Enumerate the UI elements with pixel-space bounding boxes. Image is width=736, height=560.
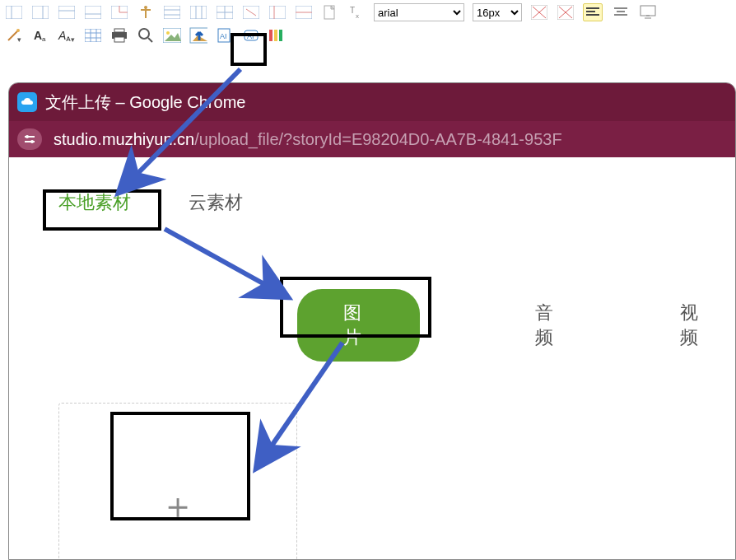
popup-body: 本地素材 云素材 图片 音频 视频 ＋ [9, 157, 735, 560]
upload-popup-window: 文件上传 – Google Chrome studio.muzhiyun.cn/… [8, 82, 736, 560]
table-icon-6[interactable] [295, 3, 313, 21]
upload-icon[interactable] [189, 26, 207, 44]
svg-text:A: A [34, 29, 42, 42]
tab-local-assets[interactable]: 本地素材 [58, 190, 131, 215]
svg-rect-17 [190, 6, 207, 19]
svg-point-79 [26, 135, 29, 138]
subtab-image[interactable]: 图片 [297, 289, 420, 362]
print-icon[interactable] [110, 26, 128, 44]
align-left-icon[interactable] [583, 3, 603, 21]
svg-text:A: A [58, 29, 66, 42]
align-center-icon[interactable] [611, 3, 631, 21]
missing-image-icon-1[interactable] [530, 3, 548, 21]
svg-text:AI: AI [247, 32, 254, 40]
svg-text:AI: AI [220, 32, 227, 40]
svg-rect-75 [274, 30, 277, 41]
missing-image-icon-2[interactable] [557, 3, 575, 21]
layout-icon-1[interactable] [5, 3, 23, 21]
svg-point-80 [30, 140, 34, 143]
svg-line-64 [148, 38, 152, 42]
svg-point-66 [166, 31, 170, 35]
svg-point-12 [144, 6, 147, 9]
tab-cloud-assets[interactable]: 云素材 [189, 190, 243, 215]
subtab-video[interactable]: 视频 [680, 301, 710, 350]
svg-rect-55 [85, 29, 101, 42]
anchor-icon[interactable] [137, 3, 155, 21]
svg-rect-2 [32, 6, 49, 19]
monitor-icon[interactable] [639, 3, 657, 21]
font-family-select[interactable]: arial [374, 3, 464, 21]
font-style-a2-icon[interactable]: Aᴀ▾ [58, 26, 76, 44]
magnify-icon[interactable] [137, 26, 155, 44]
svg-rect-76 [279, 30, 282, 41]
font-style-a1-icon[interactable]: Aa [31, 26, 49, 44]
magic-wand-icon[interactable]: ▾ [5, 26, 23, 44]
svg-rect-62 [114, 37, 124, 42]
layout-icon-2[interactable] [31, 3, 49, 21]
layout-icon-4[interactable] [84, 3, 102, 21]
popup-address-bar: studio.muzhiyun.cn/upload_file/?storyId=… [9, 121, 735, 157]
popup-titlebar: 文件上传 – Google Chrome [9, 83, 735, 121]
svg-rect-74 [269, 30, 273, 41]
table-icon-5[interactable] [268, 3, 286, 21]
table-icon-4[interactable] [242, 3, 260, 21]
svg-rect-60 [114, 29, 124, 32]
svg-rect-44 [641, 6, 655, 16]
subtab-audio[interactable]: 音频 [535, 301, 566, 350]
popup-title: 文件上传 – Google Chrome [45, 91, 245, 114]
sub-tabs: 图片 音频 视频 [34, 289, 710, 362]
editor-toolbar: Tx arial 16px ▾ Aa Aᴀ▾ AI AI [0, 0, 736, 51]
svg-text:a: a [42, 35, 46, 43]
svg-rect-0 [6, 6, 22, 19]
color-bars-icon[interactable] [268, 26, 286, 44]
svg-point-63 [139, 29, 149, 39]
svg-rect-14 [164, 6, 180, 19]
page-icon[interactable] [321, 3, 339, 21]
toolbar-row-1: Tx arial 16px [5, 3, 731, 21]
svg-rect-6 [85, 6, 101, 19]
svg-text:x: x [356, 12, 359, 20]
layout-icon-3[interactable] [58, 3, 76, 21]
layout-icon-5[interactable] [110, 3, 128, 21]
text-format-icon[interactable]: Tx [347, 3, 366, 21]
svg-text:T: T [350, 6, 355, 15]
table-icon-2[interactable] [189, 3, 207, 21]
image-icon[interactable] [163, 26, 181, 44]
table-grid-icon[interactable] [84, 26, 102, 44]
app-cloud-icon [17, 92, 37, 112]
svg-point-48 [16, 29, 20, 32]
ai-doc-icon[interactable]: AI [216, 26, 234, 44]
svg-line-24 [246, 9, 256, 16]
svg-text:▾: ▾ [17, 35, 21, 43]
svg-rect-25 [269, 6, 286, 19]
table-icon-1[interactable] [163, 3, 181, 21]
font-size-select[interactable]: 16px [473, 3, 522, 21]
site-settings-icon[interactable] [17, 128, 42, 150]
toolbar-row-2: ▾ Aa Aᴀ▾ AI AI [5, 26, 731, 44]
url-path: /upload_file/?storyId=E98204D0-AA7B-4841… [194, 130, 561, 149]
table-icon-3[interactable] [216, 3, 234, 21]
plus-icon: ＋ [160, 482, 196, 530]
ai-box-icon[interactable]: AI [242, 26, 260, 44]
svg-text:▾: ▾ [71, 35, 75, 43]
upload-dropzone[interactable]: ＋ [58, 403, 297, 560]
svg-rect-4 [58, 6, 75, 19]
url-host: studio.muzhiyun.cn [54, 130, 194, 149]
main-tabs: 本地素材 云素材 [34, 190, 710, 215]
